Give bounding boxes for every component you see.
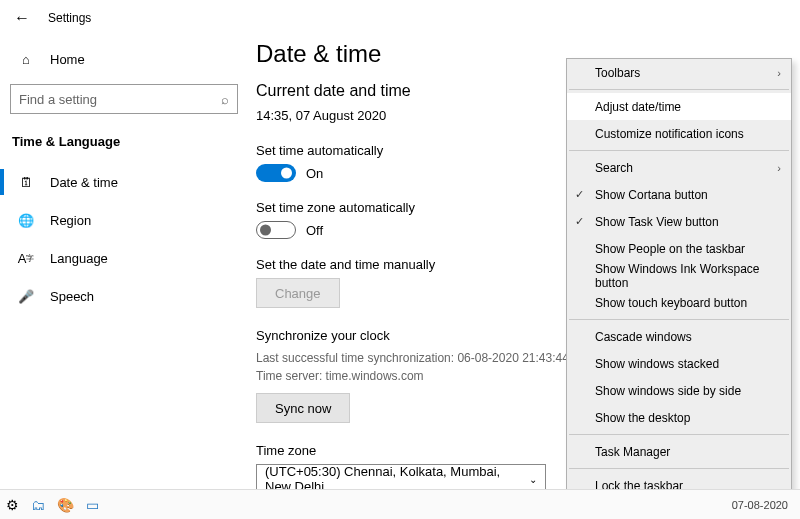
chevron-right-icon: ›	[777, 67, 781, 79]
sidebar-item-label: Date & time	[50, 175, 118, 190]
menu-search[interactable]: Search›	[567, 154, 791, 181]
sidebar-item-label: Region	[50, 213, 91, 228]
sidebar-item-label: Language	[50, 251, 108, 266]
menu-separator	[569, 434, 789, 435]
menu-show-desktop[interactable]: Show the desktop	[567, 404, 791, 431]
menu-show-cortana[interactable]: ✓Show Cortana button	[567, 181, 791, 208]
globe-icon: 🌐	[18, 212, 34, 228]
auto-zone-state: Off	[306, 223, 323, 238]
microphone-icon: 🎤	[18, 288, 34, 304]
titlebar: ← Settings	[0, 0, 800, 36]
menu-separator	[569, 319, 789, 320]
auto-zone-toggle[interactable]	[256, 221, 296, 239]
home-icon: ⌂	[18, 51, 34, 67]
sidebar-item-region[interactable]: 🌐 Region	[10, 201, 238, 239]
menu-show-people[interactable]: Show People on the taskbar	[567, 235, 791, 262]
auto-time-toggle[interactable]	[256, 164, 296, 182]
menu-stacked[interactable]: Show windows stacked	[567, 350, 791, 377]
menu-side-by-side[interactable]: Show windows side by side	[567, 377, 791, 404]
search-icon: ⌕	[221, 92, 229, 107]
sidebar-item-label: Speech	[50, 289, 94, 304]
menu-cascade[interactable]: Cascade windows	[567, 323, 791, 350]
clock-icon: 🗓	[18, 174, 34, 190]
search-input[interactable]: Find a setting ⌕	[10, 84, 238, 114]
sidebar-home[interactable]: ⌂ Home	[10, 42, 238, 76]
menu-task-manager[interactable]: Task Manager	[567, 438, 791, 465]
sidebar: ⌂ Home Find a setting ⌕ Time & Language …	[0, 36, 248, 489]
paint-icon[interactable]: 🎨	[57, 497, 74, 513]
taskbar-date[interactable]: 07-08-2020	[732, 499, 794, 511]
explorer-icon[interactable]: 🗂	[31, 497, 45, 513]
sidebar-category: Time & Language	[10, 134, 238, 149]
sidebar-item-date-time[interactable]: 🗓 Date & time	[10, 163, 238, 201]
menu-customize-icons[interactable]: Customize notification icons	[567, 120, 791, 147]
menu-toolbars[interactable]: Toolbars›	[567, 59, 791, 86]
window-title: Settings	[48, 11, 91, 25]
search-placeholder: Find a setting	[19, 92, 221, 107]
language-icon: A字	[18, 250, 34, 266]
menu-separator	[569, 150, 789, 151]
back-button[interactable]: ←	[14, 9, 30, 27]
change-button: Change	[256, 278, 340, 308]
check-icon: ✓	[575, 215, 584, 228]
chevron-down-icon: ⌄	[529, 474, 537, 485]
taskbar-context-menu: Toolbars› Adjust date/time Customize not…	[566, 58, 792, 519]
chevron-right-icon: ›	[777, 162, 781, 174]
sidebar-home-label: Home	[50, 52, 85, 67]
app-icon[interactable]: ▭	[86, 497, 99, 513]
menu-show-taskview[interactable]: ✓Show Task View button	[567, 208, 791, 235]
gear-icon[interactable]: ⚙	[6, 497, 19, 513]
sync-now-button[interactable]: Sync now	[256, 393, 350, 423]
menu-separator	[569, 468, 789, 469]
sidebar-item-speech[interactable]: 🎤 Speech	[10, 277, 238, 315]
menu-show-keyboard[interactable]: Show touch keyboard button	[567, 289, 791, 316]
sidebar-item-language[interactable]: A字 Language	[10, 239, 238, 277]
check-icon: ✓	[575, 188, 584, 201]
menu-adjust-date-time[interactable]: Adjust date/time	[567, 93, 791, 120]
menu-separator	[569, 89, 789, 90]
menu-show-ink[interactable]: Show Windows Ink Workspace button	[567, 262, 791, 289]
taskbar[interactable]: ⚙ 🗂 🎨 ▭ 07-08-2020	[0, 489, 800, 519]
auto-time-state: On	[306, 166, 323, 181]
